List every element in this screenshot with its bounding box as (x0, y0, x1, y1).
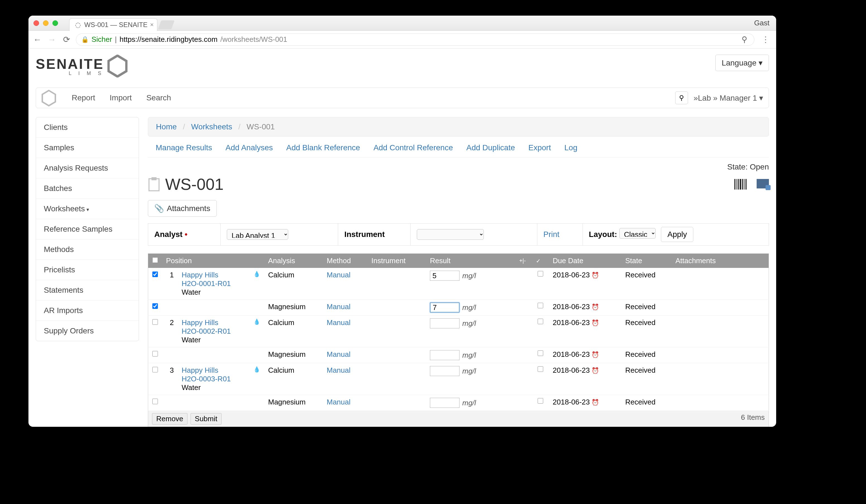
barcode-icon[interactable] (734, 179, 747, 190)
client-link[interactable]: Happy Hills (182, 366, 219, 374)
verify-checkbox[interactable] (537, 366, 543, 372)
result-input[interactable] (430, 302, 459, 312)
sidebar-item-samples[interactable]: Samples (36, 138, 138, 158)
tab-export[interactable]: Export (529, 143, 551, 152)
client-link[interactable]: Happy Hills (182, 271, 219, 279)
close-tab-icon[interactable]: × (150, 21, 154, 28)
new-tab-button[interactable] (158, 20, 175, 29)
tab-add-blank-reference[interactable]: Add Blank Reference (286, 143, 360, 152)
sidebar-item-statements[interactable]: Statements (36, 280, 138, 300)
back-button[interactable]: ← (32, 35, 42, 45)
select-all-checkbox[interactable] (152, 257, 158, 263)
search-button[interactable]: ⚲ (675, 91, 688, 104)
col-due[interactable]: Due Date (549, 254, 621, 268)
sidebar-item-analysis-requests[interactable]: Analysis Requests (36, 158, 138, 179)
browser-tab[interactable]: ◌ WS-001 — SENAITE × (69, 19, 157, 31)
apply-button[interactable]: Apply (661, 227, 693, 242)
minimize-window-button[interactable] (43, 20, 48, 26)
result-input[interactable] (430, 398, 459, 408)
row-checkbox[interactable] (152, 399, 158, 404)
col-position[interactable]: Position (162, 254, 264, 268)
attachments-button[interactable]: 📎 Attachments (148, 200, 217, 217)
result-input[interactable] (430, 318, 459, 328)
row-checkbox[interactable] (152, 272, 158, 277)
sidebar-item-supply-orders[interactable]: Supply Orders (36, 321, 138, 341)
row-checkbox[interactable] (152, 319, 158, 325)
row-attachments (671, 363, 769, 395)
analyst-select[interactable]: Lab Analyst 1 (227, 229, 288, 240)
verify-checkbox[interactable] (537, 303, 543, 308)
sidebar-item-pricelists[interactable]: Pricelists (36, 260, 138, 280)
table-row: MagnesiumManualmg/l2018-06-23⏰Received (148, 395, 769, 411)
col-shift[interactable]: +|- (515, 254, 532, 268)
label-print-icon[interactable] (757, 179, 769, 188)
col-result[interactable]: Result (426, 254, 515, 268)
due-date: 2018-06-23⏰ (549, 363, 621, 395)
col-tick[interactable]: ✓ (532, 254, 549, 268)
nav-import[interactable]: Import (102, 93, 139, 102)
nav-report[interactable]: Report (65, 93, 102, 102)
col-method[interactable]: Method (323, 254, 367, 268)
method-link[interactable]: Manual (327, 271, 351, 279)
method-link[interactable]: Manual (327, 318, 351, 327)
user-menu[interactable]: »Lab » Manager 1 ▾ (693, 93, 763, 103)
col-state[interactable]: State (621, 254, 671, 268)
row-checkbox[interactable] (152, 351, 158, 356)
sample-id-link[interactable]: H2O-0001-R01 (182, 279, 260, 288)
method-link[interactable]: Manual (327, 366, 351, 374)
result-input[interactable] (430, 271, 459, 281)
method-link[interactable]: Manual (327, 350, 351, 358)
verify-checkbox[interactable] (537, 398, 543, 404)
layout-select[interactable]: Classic (619, 228, 656, 239)
col-instrument[interactable]: Instrument (367, 254, 426, 268)
verify-checkbox[interactable] (537, 271, 543, 276)
address-bar[interactable]: 🔒 Sicher | https://senaite.ridingbytes.c… (76, 33, 754, 46)
method-link[interactable]: Manual (327, 398, 351, 406)
print-link[interactable]: Print (543, 230, 560, 239)
late-icon: ⏰ (591, 399, 599, 406)
remove-button[interactable]: Remove (152, 413, 188, 425)
close-window-button[interactable] (33, 20, 39, 26)
result-input[interactable] (430, 350, 459, 360)
sidebar-item-ar-imports[interactable]: AR Imports (36, 300, 138, 321)
tab-add-control-reference[interactable]: Add Control Reference (374, 143, 453, 152)
breadcrumb-home[interactable]: Home (156, 122, 177, 131)
sidebar-item-methods[interactable]: Methods (36, 239, 138, 260)
breadcrumb-worksheets[interactable]: Worksheets (191, 122, 232, 131)
col-attachments[interactable]: Attachments (671, 254, 769, 268)
browser-profile[interactable]: Gast (754, 19, 769, 27)
browser-menu-icon[interactable]: ⋮ (759, 35, 772, 44)
forward-button: → (47, 35, 57, 45)
submit-button[interactable]: Submit (190, 413, 222, 425)
results-table: Position Analysis Method Instrument Resu… (148, 253, 769, 427)
search-in-page-icon[interactable]: ⚲ (742, 35, 749, 44)
client-link[interactable]: Happy Hills (182, 318, 219, 327)
tab-manage-results[interactable]: Manage Results (156, 143, 212, 152)
tab-add-duplicate[interactable]: Add Duplicate (466, 143, 515, 152)
row-checkbox[interactable] (152, 367, 158, 373)
sidebar-item-clients[interactable]: Clients (36, 117, 138, 138)
sample-id-link[interactable]: H2O-0003-R01 (182, 375, 260, 383)
instrument-cell (367, 347, 426, 363)
tab-add-analyses[interactable]: Add Analyses (225, 143, 273, 152)
result-input[interactable] (430, 366, 459, 376)
reload-button[interactable]: ⟳ (62, 35, 71, 45)
maximize-window-button[interactable] (53, 20, 58, 26)
hexagon-icon (108, 55, 127, 78)
sample-id-link[interactable]: H2O-0002-R01 (182, 327, 260, 336)
language-button[interactable]: Language ▾ (715, 55, 769, 71)
nav-search[interactable]: Search (139, 93, 178, 102)
secure-label: Sicher (91, 35, 112, 44)
verify-checkbox[interactable] (537, 351, 543, 356)
tab-log[interactable]: Log (564, 143, 578, 152)
col-analysis[interactable]: Analysis (264, 254, 323, 268)
verify-checkbox[interactable] (537, 319, 543, 324)
sidebar-item-batches[interactable]: Batches (36, 179, 138, 199)
row-checkbox[interactable] (152, 303, 158, 309)
senaite-logo[interactable]: SENAITE L I M S (36, 55, 127, 78)
instrument-select[interactable] (417, 229, 484, 240)
nav-hexagon-icon[interactable] (42, 90, 56, 106)
sidebar-item-worksheets[interactable]: Worksheets▾ (36, 199, 138, 219)
method-link[interactable]: Manual (327, 302, 351, 311)
sidebar-item-reference-samples[interactable]: Reference Samples (36, 219, 138, 239)
